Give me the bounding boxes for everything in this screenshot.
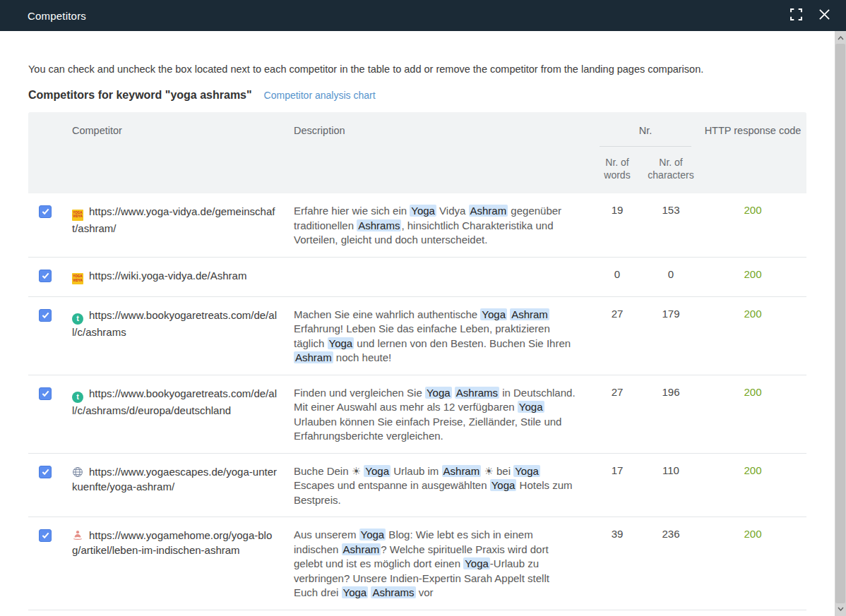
word-count: 27 <box>592 375 643 453</box>
word-count: 0 <box>592 258 643 296</box>
highlighted-keyword: Ashram <box>294 351 333 363</box>
competitors-modal: Competitors You can check and uncheck th… <box>0 0 846 616</box>
competitor-description: Finden und vergleichen Sie Yoga Ashrams … <box>288 375 592 453</box>
vertical-scrollbar[interactable] <box>835 31 846 616</box>
description-text: Aus unserem <box>294 529 359 540</box>
http-response-code: 200 <box>699 454 806 517</box>
highlighted-keyword: Ashram <box>342 543 381 555</box>
word-count: 17 <box>592 610 643 616</box>
modal-title: Competitors <box>28 10 86 22</box>
competitor-checkbox[interactable] <box>39 466 52 478</box>
highlighted-keyword: Ashrams <box>371 586 415 598</box>
checkbox-cell <box>28 454 68 517</box>
highlighted-keyword: Yoga <box>359 529 386 540</box>
competitor-cell: https://www.yogamehome.org/yoga-blog/art… <box>68 517 288 610</box>
checkbox-cell <box>28 258 68 296</box>
competitors-table: Competitor Description Nr. HTTP response… <box>28 112 806 616</box>
competitor-url: https://www.bookyogaretreats.com/de/all/… <box>72 309 277 338</box>
competitor-url: https://wiki.yoga-vidya.de/Ashram <box>89 270 246 282</box>
highlighted-keyword: Yoga <box>342 586 369 598</box>
http-response-code: 200 <box>699 517 806 610</box>
checkbox-cell <box>28 610 68 616</box>
checkbox-cell <box>28 193 68 257</box>
competitor-url: https://www.yogaescapes.de/yoga-unterkue… <box>72 466 277 493</box>
competitor-checkbox[interactable] <box>39 205 52 218</box>
competitor-checkbox[interactable] <box>39 270 52 282</box>
header-competitor: Competitor <box>68 112 288 147</box>
description-text: vor <box>416 586 434 598</box>
yogaescapes-favicon-icon <box>72 466 83 478</box>
highlighted-keyword: Ashrams <box>357 219 401 231</box>
table-row: thttps://www.bookyogaretreats.com/de/all… <box>28 375 806 454</box>
highlighted-keyword: Yoga <box>480 308 507 320</box>
http-response-code: 200 <box>699 193 806 257</box>
competitor-description: Was erwartet dich in einem indischen Ash… <box>288 610 592 616</box>
character-count: 236 <box>643 517 699 610</box>
table-body: YOGA VIDYAhttps://www.yoga-vidya.de/geme… <box>28 193 806 616</box>
competitor-cell: thttps://www.bookyogaretreats.com/de/all… <box>68 375 288 453</box>
competitor-checkbox[interactable] <box>39 529 52 542</box>
word-count: 19 <box>592 193 643 257</box>
highlighted-keyword: Yoga <box>518 401 544 413</box>
http-response-code: 200 <box>699 297 806 375</box>
intro-text: You can check and uncheck the box locate… <box>28 64 806 75</box>
close-button[interactable] <box>815 6 833 25</box>
description-text: ☀ bei <box>481 465 513 477</box>
competitor-checkbox[interactable] <box>39 309 52 322</box>
section-heading: Competitors for keyword "yoga ashrams" <box>28 89 252 102</box>
highlighted-keyword: Ashram <box>442 465 482 477</box>
bookyogaretreats-favicon-icon: t <box>72 392 83 403</box>
description-text: und lernen von den Besten. Buchen Sie Ih… <box>354 337 571 349</box>
description-text: Buche Dein ☀ <box>294 465 364 477</box>
competitor-description: Machen Sie eine wahrlich authentische Yo… <box>288 297 592 375</box>
description-text: Erfahre hier wie sich ein <box>294 205 410 217</box>
header-nr-of-characters: Nr. of characters <box>643 147 699 193</box>
bookyogaretreats-favicon-icon: t <box>72 313 83 325</box>
yogamehome-favicon-icon <box>72 530 83 541</box>
http-response-code: 200 <box>699 610 806 616</box>
scrollbar-thumb[interactable] <box>835 44 845 603</box>
character-count: 0 <box>643 258 699 296</box>
fullscreen-button[interactable] <box>787 6 805 25</box>
competitor-url: https://www.yogamehome.org/yoga-blog/art… <box>72 529 272 556</box>
fullscreen-icon <box>790 8 802 23</box>
highlighted-keyword: Yoga <box>425 387 452 399</box>
checkbox-cell <box>28 297 68 375</box>
character-count: 110 <box>643 454 699 517</box>
modal-header-actions <box>787 6 833 25</box>
table-row: https://www.yogamehome.org/yoga-blog/art… <box>28 517 806 610</box>
section-head: Competitors for keyword "yoga ashrams" C… <box>28 89 806 102</box>
table-row: https://www.yogaescapes.de/yoga-unterkue… <box>28 454 806 518</box>
character-count: 121 <box>643 610 699 616</box>
scroll-down-arrow-icon[interactable] <box>835 603 846 615</box>
character-count: 153 <box>643 193 699 257</box>
competitor-cell: YOGA VIDYAhttps://www.yoga-vidya.de/geme… <box>68 193 288 257</box>
character-count: 179 <box>643 297 699 375</box>
competitor-url: https://www.yoga-vidya.de/gemeinschaft/a… <box>72 205 275 234</box>
http-response-code: 200 <box>699 375 806 453</box>
header-http-response-code: HTTP response code <box>699 112 806 147</box>
scroll-up-arrow-icon[interactable] <box>835 32 846 44</box>
table-header: Competitor Description Nr. HTTP response… <box>28 112 806 193</box>
competitor-description: Aus unserem Yoga Blog: Wie lebt es sich … <box>288 517 592 610</box>
highlighted-keyword: Ashram <box>469 205 508 217</box>
highlighted-keyword: Yoga <box>463 557 490 569</box>
competitor-analysis-chart-link[interactable]: Competitor analysis chart <box>264 90 376 101</box>
word-count: 27 <box>592 297 643 375</box>
description-text: noch heute! <box>333 351 392 363</box>
checkbox-cell <box>28 517 68 610</box>
competitor-cell: YOGA VIDYAhttps://wiki.yoga-vidya.de/Ash… <box>68 258 288 296</box>
table-row: YOGA VIDYAhttps://www.yoga-vidya.de/geme… <box>28 193 806 258</box>
competitor-description: Buche Dein ☀ Yoga Urlaub im Ashram ☀ bei… <box>288 454 592 517</box>
yoga-vidya-favicon-icon: YOGA VIDYA <box>72 210 83 221</box>
competitor-url: https://www.bookyogaretreats.com/de/all/… <box>72 387 277 416</box>
character-count: 196 <box>643 375 699 453</box>
highlighted-keyword: Yoga <box>364 465 391 477</box>
modal-content: You can check and uncheck the box locate… <box>0 31 835 616</box>
highlighted-keyword: Yoga <box>513 465 540 477</box>
word-count: 17 <box>592 454 643 517</box>
competitor-checkbox[interactable] <box>39 387 52 400</box>
http-response-code: 200 <box>699 258 806 296</box>
competitor-description: Erfahre hier wie sich ein Yoga Vidya Ash… <box>288 193 592 257</box>
header-description: Description <box>288 112 592 147</box>
